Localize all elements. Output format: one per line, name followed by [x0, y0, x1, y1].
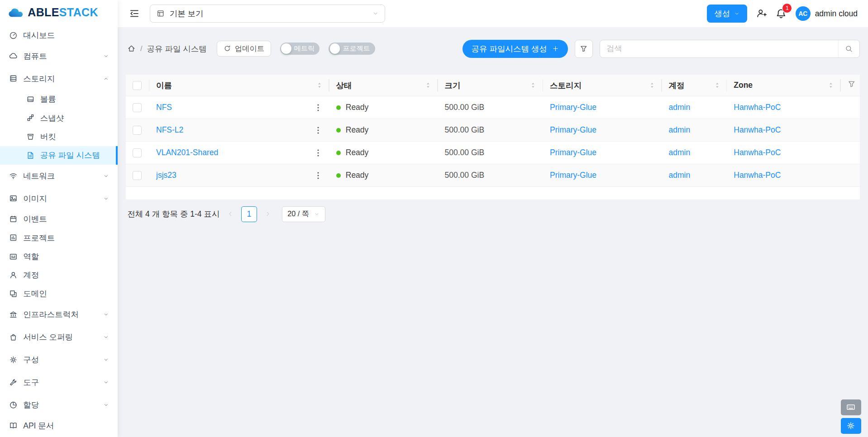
size-text: 500.00 GiB — [445, 125, 485, 134]
account-link[interactable]: admin — [669, 103, 691, 112]
sort-icon[interactable] — [649, 81, 655, 90]
storage-link[interactable]: Primary-Glue — [550, 103, 596, 112]
table-settings-filter-icon[interactable] — [848, 80, 856, 88]
settings-button[interactable] — [841, 418, 861, 434]
chevron-down-icon — [372, 10, 379, 17]
column-header-label: Zone — [734, 81, 753, 90]
name-link[interactable]: NFS — [156, 103, 172, 112]
more-actions-icon[interactable] — [314, 103, 323, 112]
logo-able: ABLE — [28, 6, 59, 19]
create-button[interactable]: 생성 — [707, 5, 747, 23]
project-toggle[interactable]: 프로젝트 — [329, 43, 375, 55]
sort-icon[interactable] — [714, 81, 720, 90]
sidebar-item-storage[interactable]: 스토리지 — [0, 67, 118, 90]
name-link[interactable]: NFS-L2 — [156, 125, 183, 135]
metric-toggle[interactable]: 메트릭 — [280, 43, 320, 55]
view-select[interactable]: 기본 보기 — [150, 5, 385, 23]
more-actions-icon[interactable] — [314, 126, 323, 135]
pagination-prev-button[interactable] — [224, 208, 237, 220]
sidebar-item-quota[interactable]: 할당 — [0, 394, 118, 416]
filter-button[interactable] — [575, 40, 593, 58]
home-icon[interactable] — [127, 44, 136, 53]
sort-icon[interactable] — [316, 81, 323, 90]
bucket-icon — [26, 133, 35, 141]
sidebar-item-domains[interactable]: 도메인 — [0, 285, 118, 303]
account-link[interactable]: admin — [669, 125, 691, 134]
size-text: 500.00 GiB — [445, 148, 485, 157]
sidebar-item-buckets[interactable]: 버킷 — [0, 127, 118, 146]
select-all-checkbox[interactable] — [133, 81, 142, 90]
search-input[interactable] — [600, 40, 838, 57]
sidebar-item-tools[interactable]: 도구 — [0, 371, 118, 394]
shared-filesystems-table-card: 이름상태크기스토리지계정Zone NFSReady500.00 GiBPrima… — [126, 75, 860, 200]
idcard-icon — [9, 252, 18, 261]
status-dot — [336, 151, 341, 155]
create-button-label: 생성 — [714, 8, 730, 19]
storage-link[interactable]: Primary-Glue — [550, 148, 596, 157]
keyboard-shortcuts-button[interactable] — [841, 399, 861, 415]
sidebar-item-label: 계정 — [23, 270, 109, 280]
menu-fold-icon[interactable] — [129, 8, 140, 19]
sort-icon[interactable] — [828, 81, 834, 90]
logo[interactable]: ABLESTACK — [0, 0, 118, 25]
table-row: jsjs23Ready500.00 GiBPrimary-GlueadminHa… — [126, 164, 860, 187]
view-select-value: 기본 보기 — [170, 8, 204, 19]
search-button[interactable] — [838, 40, 860, 57]
chevron-down-icon — [103, 312, 109, 318]
plus-icon — [552, 45, 559, 52]
more-actions-icon[interactable] — [314, 148, 323, 157]
page-size-value: 20 / 쪽 — [287, 209, 309, 219]
sidebar-item-label: 볼륨 — [40, 94, 109, 104]
metric-toggle-label: 메트릭 — [294, 44, 315, 53]
sidebar-item-configuration[interactable]: 구성 — [0, 348, 118, 371]
cloud-icon — [9, 52, 18, 60]
row-checkbox[interactable] — [133, 148, 142, 157]
create-shared-filesystem-button[interactable]: 공유 파일시스템 생성 — [463, 40, 568, 58]
chevron-down-icon — [103, 357, 109, 363]
sidebar-item-accounts[interactable]: 계정 — [0, 266, 118, 285]
account-link[interactable]: admin — [669, 148, 691, 157]
sidebar-item-snapshots[interactable]: 스냅샷 — [0, 109, 118, 127]
sidebar-item-shared-file-systems[interactable]: 공유 파일 시스템 — [0, 146, 118, 165]
sidebar-item-label: 이벤트 — [23, 214, 109, 224]
create-user-icon[interactable] — [756, 8, 767, 19]
name-link[interactable]: jsjs23 — [156, 171, 176, 180]
zone-link[interactable]: Hanwha-PoC — [734, 103, 781, 112]
sidebar-item-infrastructure[interactable]: 인프라스트럭처 — [0, 303, 118, 326]
sidebar-item-label: 할당 — [23, 399, 97, 410]
search-icon — [845, 45, 853, 53]
sidebar-item-roles[interactable]: 역할 — [0, 247, 118, 266]
pagination-page-button[interactable]: 1 — [241, 206, 257, 222]
status-text: Ready — [346, 125, 369, 135]
pagination-next-button[interactable] — [262, 208, 274, 220]
account-link[interactable]: admin — [669, 171, 691, 180]
page-size-select[interactable]: 20 / 쪽 — [282, 206, 325, 222]
avatar[interactable]: AC — [796, 6, 811, 21]
storage-link[interactable]: Primary-Glue — [550, 171, 596, 180]
sidebar-item-label: 컴퓨트 — [23, 51, 97, 62]
row-checkbox[interactable] — [133, 103, 142, 112]
zone-link[interactable]: Hanwha-PoC — [734, 148, 781, 157]
sidebar-item-compute[interactable]: 컴퓨트 — [0, 45, 118, 67]
zone-link[interactable]: Hanwha-PoC — [734, 171, 781, 180]
sort-icon[interactable] — [530, 81, 536, 90]
notifications-button[interactable]: 1 — [776, 8, 787, 19]
sidebar-item-events[interactable]: 이벤트 — [0, 210, 118, 228]
breadcrumb-current: 공유 파일 시스템 — [147, 43, 207, 54]
storage-link[interactable]: Primary-Glue — [550, 125, 596, 134]
more-actions-icon[interactable] — [314, 171, 323, 180]
zone-link[interactable]: Hanwha-PoC — [734, 125, 781, 134]
sidebar-item-network[interactable]: 네트워크 — [0, 165, 118, 187]
chevron-left-icon — [227, 211, 234, 217]
sidebar-item-service-offerings[interactable]: 서비스 오퍼링 — [0, 326, 118, 348]
row-checkbox[interactable] — [133, 171, 142, 180]
update-button[interactable]: 업데이트 — [217, 41, 271, 57]
sidebar-item-api-docs[interactable]: API 문서 — [0, 416, 118, 435]
row-checkbox[interactable] — [133, 126, 142, 135]
sidebar-item-dashboard[interactable]: 대시보드 — [0, 26, 118, 45]
sidebar-item-volumes[interactable]: 볼륨 — [0, 90, 118, 109]
sort-icon[interactable] — [425, 81, 431, 90]
sidebar-item-images[interactable]: 이미지 — [0, 187, 118, 210]
name-link[interactable]: VLAN201-Shared — [156, 148, 218, 157]
sidebar-item-projects[interactable]: 프로젝트 — [0, 228, 118, 247]
